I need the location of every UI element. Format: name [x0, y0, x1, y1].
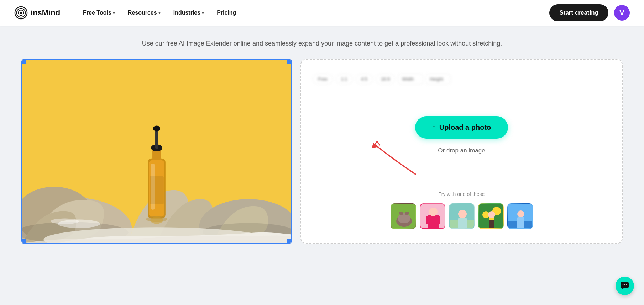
- svg-point-45: [488, 211, 495, 218]
- try-section: Try with one of these: [313, 191, 611, 229]
- chevron-down-icon: ▾: [158, 11, 161, 15]
- main-content: Free 1:1 4:5 16:9 ↑ Upload a photo Or dr…: [0, 59, 644, 258]
- arrow-indicator: [369, 139, 419, 178]
- sample-thumb-3[interactable]: [449, 203, 475, 229]
- chevron-down-icon: ▾: [113, 11, 115, 15]
- svg-point-29: [399, 212, 403, 215]
- svg-point-52: [624, 284, 625, 285]
- expand-ratio-btn: Free: [313, 74, 333, 84]
- sample-thumb-1[interactable]: [391, 203, 416, 229]
- svg-rect-32: [428, 215, 439, 229]
- header: insMind Free Tools ▾ Resources ▾ Industr…: [0, 0, 644, 26]
- svg-point-27: [398, 213, 410, 223]
- upload-photo-button[interactable]: ↑ Upload a photo: [415, 116, 508, 139]
- svg-rect-14: [150, 176, 164, 204]
- svg-point-19: [153, 125, 160, 131]
- svg-rect-39: [458, 218, 467, 229]
- preview-image: [21, 59, 292, 244]
- svg-rect-44: [489, 220, 494, 229]
- hero-subtitle: Use our free AI Image Extender online an…: [0, 26, 644, 59]
- chevron-down-icon: ▾: [202, 11, 204, 15]
- width-input: [398, 74, 423, 84]
- upload-area: ↑ Upload a photo Or drop an image: [313, 90, 611, 181]
- header-right: Start creating V: [549, 4, 630, 21]
- chat-icon: [620, 281, 629, 290]
- height-input: [426, 74, 451, 84]
- resize-handle-tr[interactable]: [287, 59, 292, 64]
- logo[interactable]: insMind: [14, 6, 60, 20]
- svg-marker-24: [370, 142, 378, 149]
- start-creating-button[interactable]: Start creating: [549, 4, 608, 21]
- svg-point-3: [20, 12, 22, 14]
- sample-thumb-2[interactable]: [420, 203, 445, 229]
- nav-industries[interactable]: Industries ▾: [168, 7, 210, 19]
- sample-thumb-4[interactable]: [478, 203, 504, 229]
- expand-16x9-btn: 16:9: [376, 74, 395, 84]
- main-nav: Free Tools ▾ Resources ▾ Industries ▾ Pr…: [77, 7, 549, 19]
- svg-point-48: [517, 210, 524, 218]
- svg-point-33: [429, 208, 438, 216]
- svg-point-51: [623, 284, 624, 285]
- upload-icon: ↑: [432, 123, 436, 132]
- svg-point-21: [150, 216, 163, 224]
- resize-handle-tl[interactable]: [21, 59, 26, 64]
- product-scene: [22, 60, 291, 243]
- expand-1x1-btn: 1:1: [336, 74, 353, 84]
- expand-4x5-btn: 4:5: [356, 74, 373, 84]
- expand-controls: Free 1:1 4:5 16:9: [313, 74, 611, 84]
- preview-panel: [21, 59, 292, 244]
- divider-line-left: [313, 194, 434, 194]
- upload-panel: Free 1:1 4:5 16:9 ↑ Upload a photo Or dr…: [300, 59, 623, 244]
- logo-icon: [14, 6, 28, 20]
- svg-point-38: [458, 210, 467, 218]
- svg-rect-34: [426, 216, 429, 224]
- svg-point-23: [51, 218, 79, 224]
- svg-point-53: [626, 284, 627, 285]
- nav-resources[interactable]: Resources ▾: [122, 7, 166, 19]
- sample-images: [313, 203, 611, 229]
- drop-text: Or drop an image: [438, 147, 485, 154]
- resize-handle-br[interactable]: [287, 239, 292, 244]
- divider-line-right: [489, 194, 611, 194]
- nav-pricing[interactable]: Pricing: [211, 7, 242, 19]
- sample-thumb-5[interactable]: [507, 203, 533, 229]
- svg-rect-35: [438, 216, 440, 224]
- svg-rect-49: [517, 217, 524, 229]
- chat-bubble-button[interactable]: [616, 277, 634, 295]
- avatar[interactable]: V: [614, 5, 630, 21]
- try-divider: Try with one of these: [313, 191, 611, 197]
- svg-rect-17: [155, 128, 158, 149]
- nav-free-tools[interactable]: Free Tools ▾: [77, 7, 121, 19]
- try-label: Try with one of these: [439, 191, 485, 197]
- logo-text: insMind: [31, 8, 60, 17]
- resize-handle-bl[interactable]: [21, 239, 26, 244]
- svg-point-30: [405, 212, 409, 215]
